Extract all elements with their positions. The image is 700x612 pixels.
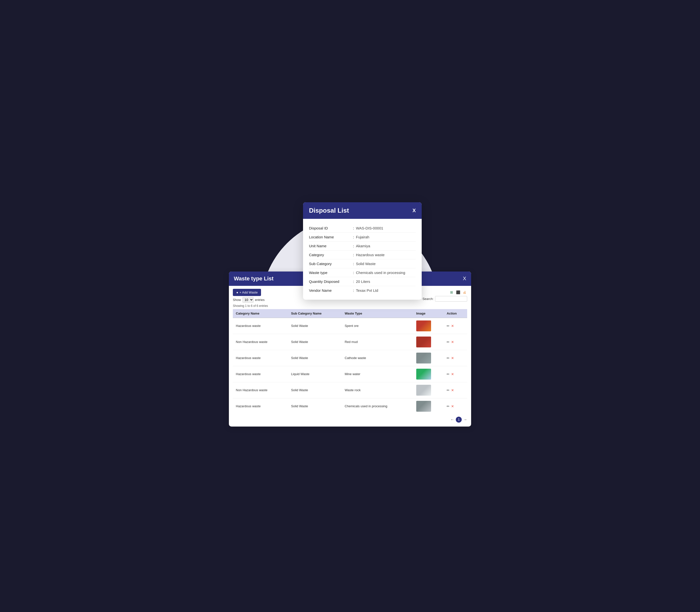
pagination: ← 1 → xyxy=(233,417,467,422)
cell-category: Hazardous waste xyxy=(233,366,288,382)
cell-action: ✏ ✕ xyxy=(444,398,467,414)
disposal-modal-close[interactable]: X xyxy=(413,208,416,213)
detail-colon: : xyxy=(351,262,356,266)
edit-button[interactable]: ✏ xyxy=(447,340,449,344)
detail-value: 20 Liters xyxy=(356,279,370,283)
add-waste-icon: ● xyxy=(236,291,238,294)
cell-image xyxy=(413,334,444,350)
cell-image xyxy=(413,382,444,398)
current-page[interactable]: 1 xyxy=(456,417,462,422)
show-entries-control: Show 10 25 50 entries xyxy=(233,297,265,303)
action-buttons: ✏ ✕ xyxy=(447,356,464,360)
export-icons: ⊞ ⬛ 🖨 xyxy=(449,290,467,295)
delete-button[interactable]: ✕ xyxy=(451,324,454,328)
detail-colon: : xyxy=(351,270,356,275)
cell-category: Hazardous waste xyxy=(233,318,288,334)
table-row: Hazardous waste Solid Waste Spent ore ✏ … xyxy=(233,318,467,334)
entries-select[interactable]: 10 25 50 xyxy=(242,297,254,303)
detail-colon: : xyxy=(351,279,356,283)
export-print-icon[interactable]: 🖨 xyxy=(462,290,467,295)
delete-button[interactable]: ✕ xyxy=(451,372,454,376)
edit-button[interactable]: ✏ xyxy=(447,372,449,376)
detail-label: Waste type xyxy=(309,270,351,275)
action-buttons: ✏ ✕ xyxy=(447,340,464,344)
detail-row: Waste type : Chemicals used in processin… xyxy=(309,268,416,277)
edit-button[interactable]: ✏ xyxy=(447,324,449,328)
cell-wastetype: Mine water xyxy=(342,366,413,382)
next-page-button[interactable]: → xyxy=(463,417,467,422)
cell-wastetype: Cathode waste xyxy=(342,350,413,366)
show-label: Show xyxy=(233,298,241,302)
disposal-modal: Disposal List X Disposal ID : WAS-DIS-00… xyxy=(303,202,422,300)
cell-action: ✏ ✕ xyxy=(444,334,467,350)
detail-label: Category xyxy=(309,253,351,257)
search-input[interactable] xyxy=(435,296,467,302)
detail-colon: : xyxy=(351,253,356,257)
table-row: Hazardous waste Liquid Waste Mine water … xyxy=(233,366,467,382)
detail-value: WAS-DIS-00001 xyxy=(356,226,383,230)
export-pdf-icon[interactable]: ⬛ xyxy=(455,290,461,295)
detail-colon: : xyxy=(351,244,356,248)
export-excel-icon[interactable]: ⊞ xyxy=(449,290,454,295)
detail-row: Quantity Disposed : 20 Liters xyxy=(309,277,416,286)
detail-label: Vendor Name xyxy=(309,288,351,293)
table-row: Hazardous waste Solid Waste Chemicals us… xyxy=(233,398,467,414)
detail-label: Sub Category xyxy=(309,262,351,266)
waste-list-body: ● + Add Waste Show 10 25 50 entries xyxy=(229,286,471,427)
detail-value: Solid Waste xyxy=(356,262,375,266)
col-category: Category Name xyxy=(233,309,288,318)
cell-image xyxy=(413,318,444,334)
cell-subcategory: Solid Waste xyxy=(288,350,342,366)
action-buttons: ✏ ✕ xyxy=(447,324,464,328)
cell-subcategory: Liquid Waste xyxy=(288,366,342,382)
detail-label: Disposal ID xyxy=(309,226,351,230)
delete-button[interactable]: ✕ xyxy=(451,356,454,360)
cell-category: Hazardous waste xyxy=(233,398,288,414)
table-row: Non Hazardous waste Solid Waste Waste ro… xyxy=(233,382,467,398)
add-waste-button[interactable]: ● + Add Waste xyxy=(233,289,261,296)
cell-image xyxy=(413,366,444,382)
edit-button[interactable]: ✏ xyxy=(447,356,449,360)
detail-row: Location Name : Fujairah xyxy=(309,233,416,241)
disposal-modal-body: Disposal ID : WAS-DIS-00001 Location Nam… xyxy=(303,219,422,300)
detail-value: Akamiya xyxy=(356,244,370,248)
detail-label: Location Name xyxy=(309,235,351,239)
cell-subcategory: Solid Waste xyxy=(288,318,342,334)
cell-subcategory: Solid Waste xyxy=(288,334,342,350)
action-buttons: ✏ ✕ xyxy=(447,372,464,376)
edit-button[interactable]: ✏ xyxy=(447,404,449,408)
table-row: Non Hazardous waste Solid Waste Red mud … xyxy=(233,334,467,350)
cell-category: Non Hazardous waste xyxy=(233,334,288,350)
detail-label: Quantity Disposed xyxy=(309,279,351,283)
delete-button[interactable]: ✕ xyxy=(451,404,454,408)
waste-list-close[interactable]: X xyxy=(463,276,466,281)
col-action: Action xyxy=(444,309,467,318)
edit-button[interactable]: ✏ xyxy=(447,388,449,392)
detail-value: Texax Pvt Ltd xyxy=(356,288,378,293)
waste-type-table: Category Name Sub Category Name Waste Ty… xyxy=(233,309,467,414)
cell-wastetype: Waste rock xyxy=(342,382,413,398)
waste-image-thumb xyxy=(416,352,431,363)
waste-image-thumb xyxy=(416,401,431,412)
cell-category: Hazardous waste xyxy=(233,350,288,366)
delete-button[interactable]: ✕ xyxy=(451,340,454,344)
search-label: Search: xyxy=(423,297,433,301)
cell-subcategory: Solid Waste xyxy=(288,382,342,398)
prev-page-button[interactable]: ← xyxy=(451,417,454,422)
detail-colon: : xyxy=(351,226,356,230)
table-row: Hazardous waste Solid Waste Cathode wast… xyxy=(233,350,467,366)
cell-action: ✏ ✕ xyxy=(444,382,467,398)
detail-row: Vendor Name : Texax Pvt Ltd xyxy=(309,286,416,295)
detail-value: Hazardous waste xyxy=(356,253,385,257)
cell-action: ✏ ✕ xyxy=(444,350,467,366)
add-waste-label: + Add Waste xyxy=(240,291,258,294)
detail-colon: : xyxy=(351,288,356,293)
detail-label: Unit Name xyxy=(309,244,351,248)
delete-button[interactable]: ✕ xyxy=(451,388,454,392)
cell-category: Non Hazardous waste xyxy=(233,382,288,398)
search-area: Search: xyxy=(423,296,467,302)
action-buttons: ✏ ✕ xyxy=(447,404,464,408)
waste-image-thumb xyxy=(416,336,431,347)
waste-image-thumb xyxy=(416,385,431,395)
cell-wastetype: Chemicals used in processing xyxy=(342,398,413,414)
